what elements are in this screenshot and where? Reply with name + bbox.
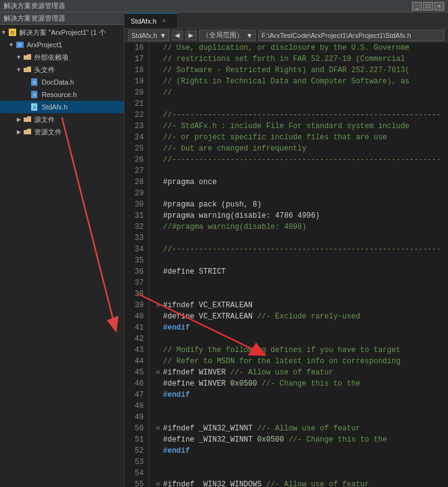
tab-bar: StdAfx.h × xyxy=(124,12,448,29)
tree-item-ext-deps[interactable]: ▼外部依赖项 xyxy=(0,51,124,63)
tree-item-icon-file-active: .h xyxy=(30,102,40,112)
code-line xyxy=(154,289,448,300)
file-path: F:\ArxTestCode\ArxProject1\ArxProject1\S… xyxy=(258,30,444,41)
code-editor[interactable]: 1617181920212223242526272829303132333435… xyxy=(124,42,448,487)
line-number: 51 xyxy=(127,434,144,445)
tree-item-icon-folder xyxy=(22,65,32,75)
code-line: //- but are changed infrequently xyxy=(154,143,448,154)
line-number: 35 xyxy=(127,255,144,266)
tree-item-src-files[interactable]: ▶源文件 xyxy=(0,113,124,126)
code-text: #ifndef WINVER //- Allow use of featur xyxy=(163,367,334,378)
tab-close-button[interactable]: × xyxy=(161,17,168,25)
line-number: 50 xyxy=(127,423,144,434)
tree-item-resource[interactable]: .hResource.h xyxy=(0,88,124,101)
code-text: //#pragma warning(disable: 4098) xyxy=(163,221,306,233)
svg-text:S: S xyxy=(11,30,14,35)
line-number: 36 xyxy=(127,266,144,277)
code-text: #ifndef _WIN32_WINNT //- Allow use of fe… xyxy=(163,423,360,434)
tree-item-stdafx[interactable]: .hStdAfx.h xyxy=(0,101,124,113)
code-line: ⊟#ifndef _WIN32_WINNT //- Allow use of f… xyxy=(154,423,448,434)
tab-stdafx[interactable]: StdAfx.h × xyxy=(124,13,178,28)
line-number: 34 xyxy=(127,244,144,255)
code-line xyxy=(154,98,448,109)
line-number: 23 xyxy=(127,121,144,132)
code-line: #pragma pack (push, 8) xyxy=(154,199,448,210)
solution-explorer: 解决方案资源管理器 ▼S解决方案 "ArxProject1" (1 个▼PArx… xyxy=(0,12,124,487)
code-text: #pragma once xyxy=(163,177,217,188)
tree-item-icon-folder xyxy=(22,127,32,137)
line-number: 22 xyxy=(127,109,144,121)
code-text: // (Rights in Technical Data and Compute… xyxy=(163,76,409,87)
line-number: 53 xyxy=(127,457,144,468)
svg-text:.h: .h xyxy=(32,105,36,109)
tree-item-project[interactable]: ▼PArxProject1 xyxy=(0,39,124,51)
tree-item-label: 资源文件 xyxy=(34,128,62,137)
code-text: // restrictions set forth in FAR 52.227-… xyxy=(163,53,405,65)
tree-item-res-files[interactable]: ▶资源文件 xyxy=(0,126,124,138)
code-line: #define _WIN32_WINNT 0x0500 //- Change t… xyxy=(154,434,448,445)
line-number: 20 xyxy=(127,87,144,98)
code-text: #define WINVER 0x0500 //- Change this to… xyxy=(163,378,360,389)
tree-item-label: ArxProject1 xyxy=(27,41,62,49)
code-text: #define STRICT xyxy=(163,266,226,277)
line-number: 45 xyxy=(127,367,144,378)
line-number: 38 xyxy=(127,289,144,300)
code-line: //#pragma warning(disable: 4098) xyxy=(154,221,448,233)
line-number: 27 xyxy=(127,165,144,177)
line-number: 33 xyxy=(127,233,144,244)
code-text: //--------------------------------------… xyxy=(163,244,441,255)
svg-text:P: P xyxy=(19,43,22,47)
maximize-button[interactable]: □ xyxy=(423,2,433,11)
scope-dropdown[interactable]: StdAfx.h ▼ xyxy=(128,30,169,41)
minimize-button[interactable]: _ xyxy=(412,2,422,11)
code-line: #endif xyxy=(154,322,448,333)
code-text: #ifndef VC_EXTRALEAN xyxy=(163,300,253,311)
code-line: // (Rights in Technical Data and Compute… xyxy=(154,76,448,87)
tree-item-solution[interactable]: ▼S解决方案 "ArxProject1" (1 个 xyxy=(0,26,124,39)
code-line: #define VC_EXTRALEAN //- Exclude rarely-… xyxy=(154,311,448,322)
tree-arrow-icon: ▼ xyxy=(15,67,22,73)
tab-label: StdAfx.h xyxy=(131,17,157,25)
scope2-dropdown[interactable]: （全局范围） ▼ xyxy=(199,30,256,41)
line-number: 42 xyxy=(127,333,144,345)
tree-item-docdata[interactable]: .hDocData.h xyxy=(0,76,124,88)
tree-item-header-files[interactable]: ▼头文件 xyxy=(0,63,124,76)
code-line: // Modify the following defines if you h… xyxy=(154,345,448,356)
line-number: 19 xyxy=(127,76,144,87)
code-text: #ifndef _WIN32_WINDOWS //- Allow use of … xyxy=(163,479,369,487)
fold-button[interactable]: ⊟ xyxy=(154,302,162,309)
tree-item-icon-file-h: .h xyxy=(30,90,40,100)
code-text: #define VC_EXTRALEAN //- Exclude rarely-… xyxy=(163,311,360,322)
nav-forward-button[interactable]: ▶ xyxy=(185,30,197,40)
editor-area: StdAfx.h × StdAfx.h ▼ ◀ ▶ （全局范围） ▼ F:\Ar… xyxy=(124,12,448,487)
tree-item-label: 解决方案 "ArxProject1" (1 个 xyxy=(19,28,106,37)
line-number: 32 xyxy=(127,221,144,233)
code-content: // Use, duplication, or disclosure by th… xyxy=(149,42,448,487)
code-line: // Use, duplication, or disclosure by th… xyxy=(154,42,448,53)
code-text: #define _WIN32_WINNT 0x0500 //- Change t… xyxy=(163,434,387,445)
code-line: ⊟#ifndef VC_EXTRALEAN xyxy=(154,300,448,311)
nav-back-button[interactable]: ◀ xyxy=(172,30,183,40)
fold-button[interactable]: ⊟ xyxy=(154,481,162,487)
tree-item-label: StdAfx.h xyxy=(42,103,68,111)
line-number: 30 xyxy=(127,199,144,210)
tree-item-icon-file-h: .h xyxy=(30,77,40,87)
code-line: // restrictions set forth in FAR 52.227-… xyxy=(154,53,448,65)
tree-item-icon-folder xyxy=(22,114,32,124)
fold-button[interactable]: ⊟ xyxy=(154,369,162,376)
code-line xyxy=(154,188,448,199)
code-line: //--------------------------------------… xyxy=(154,244,448,255)
code-line xyxy=(154,255,448,266)
tree-item-icon-solution: S xyxy=(7,27,17,37)
close-button[interactable]: × xyxy=(434,2,444,11)
tree-arrow-icon: ▼ xyxy=(0,29,7,35)
line-number: 55 xyxy=(127,479,144,487)
scope2-arrow-icon: ▼ xyxy=(246,32,253,39)
fold-button[interactable]: ⊟ xyxy=(154,425,162,432)
title-bar: 解决方案资源管理器 _ □ × xyxy=(0,0,448,12)
code-line: // Refer to MSDN for the latest info on … xyxy=(154,356,448,367)
line-number: 52 xyxy=(127,445,144,457)
code-text: #pragma warning(disable: 4786 4996) xyxy=(163,210,320,221)
line-number: 26 xyxy=(127,154,144,165)
code-line xyxy=(154,333,448,345)
